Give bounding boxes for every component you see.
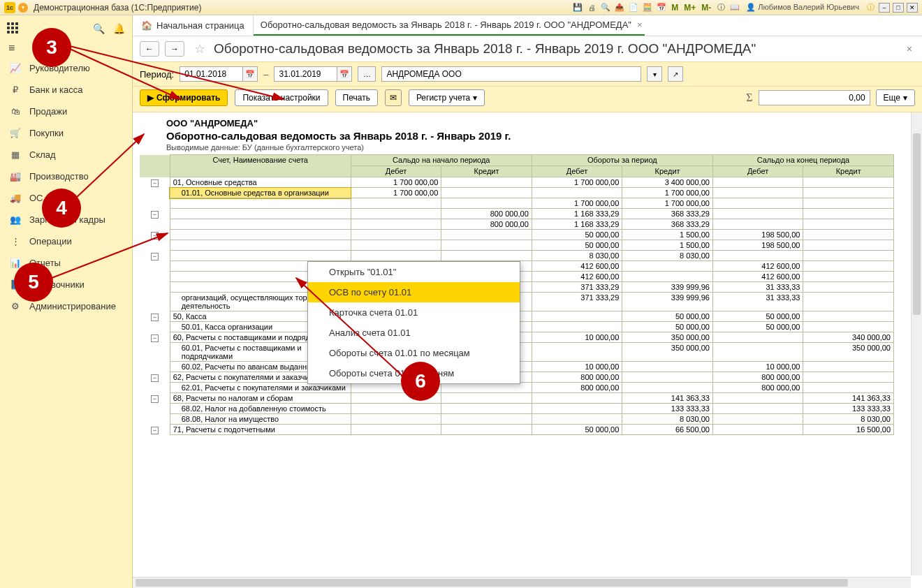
chevron-down-icon: ▾ [473,93,477,103]
tree-toggle-icon[interactable]: − [151,314,159,321]
favorite-star-icon[interactable]: ☆ [194,41,205,57]
maximize-button[interactable]: □ [893,3,904,13]
sidebar-item-sales[interactable]: 🛍Продажи [0,101,132,122]
bell-icon[interactable]: 🔔 [113,23,125,34]
preview-icon[interactable]: 🔍 [600,2,611,13]
sidebar-item-admin[interactable]: ⚙Администрирование [0,295,132,317]
play-icon: ▶ [147,93,154,103]
tree-toggle-icon[interactable]: − [151,395,159,403]
dots-icon: ⋮ [10,236,21,247]
ctx-analysis[interactable]: Анализ счета 01.01 [308,323,520,343]
show-settings-button[interactable]: Показать настройки [235,89,328,106]
export-icon[interactable]: 📤 [614,2,625,13]
table-row[interactable]: 1 700 000,001 700 000,00 [140,198,894,209]
main-area: 🏠 Начальная страница Оборотно-сальдовая … [133,15,922,588]
horizontal-scrollbar[interactable] [133,577,911,588]
book-icon[interactable]: 📖 [729,2,740,13]
apps-grid-icon[interactable] [7,22,20,35]
report-title: Оборотно-сальдовая ведомость за Январь 2… [166,130,915,142]
tree-toggle-icon[interactable]: − [151,253,159,260]
table-row[interactable]: 01.01, Основные средства в организации1 … [140,188,894,198]
tree-toggle-icon[interactable]: − [151,374,159,382]
doc-icon[interactable]: 📄 [628,2,639,13]
email-button[interactable]: ✉ [385,89,402,106]
back-button[interactable]: ← [140,41,159,57]
org-input[interactable] [381,66,641,82]
home-icon: 🏠 [141,20,152,31]
th-end: Сальдо на конец периода [712,155,893,166]
tree-toggle-icon[interactable]: − [151,179,159,187]
m-plus-button[interactable]: M+ [682,3,697,13]
table-row[interactable]: 800 000,001 168 333,29368 333,29 [140,219,894,230]
calendar-from-icon[interactable]: 📅 [242,66,258,82]
table-row[interactable]: −50 000,001 500,00198 500,00 [140,230,894,240]
info-icon[interactable]: ⓘ [865,2,876,13]
dropdown-arrow-icon[interactable]: ▾ [18,3,28,13]
tab-home[interactable]: 🏠 Начальная страница [133,15,254,36]
ruble-icon: ₽ [10,84,21,95]
print-icon[interactable]: 🖨 [586,2,597,13]
table-row[interactable]: 68.08, Налог на имущество8 030,008 030,0… [140,414,894,425]
user-label[interactable]: 👤 Любимов Валерий Юрьевич [746,3,859,12]
ctx-turnover-month[interactable]: Обороты счета 01.01 по месяцам [308,343,520,363]
search-icon[interactable]: 🔍 [93,23,105,34]
table-row[interactable]: 68.02, Налог на добавленную стоимость133… [140,404,894,414]
people-icon: 👥 [10,214,21,225]
ctx-card[interactable]: Карточка счета 01.01 [308,302,520,323]
more-button[interactable]: Еще ▾ [876,89,915,106]
period-from-input[interactable] [180,66,242,82]
calc-icon[interactable]: 🧮 [642,2,653,13]
calendar-to-icon[interactable]: 📅 [337,66,352,82]
header-row: ← → ☆ Оборотно-сальдовая ведомость за Ян… [133,36,922,61]
th-account: Счет, Наименование счета [170,155,351,177]
form-button[interactable]: ▶Сформировать [140,89,228,106]
sum-input[interactable] [759,90,870,105]
ctx-osv[interactable]: ОСВ по счету 01.01 [308,282,520,302]
period-to-input[interactable] [274,66,337,82]
tab-close-icon[interactable]: × [637,20,643,30]
sidebar-item-purchases[interactable]: 🛒Покупки [0,122,132,144]
table-row[interactable]: −800 000,001 168 333,29368 333,29 [140,209,894,219]
table-row[interactable]: 50 000,001 500,00198 500,00 [140,240,894,251]
sidebar-item-bank[interactable]: ₽Банк и касса [0,79,132,101]
chevron-down-icon: ▾ [903,93,907,103]
truck-icon: 🚚 [10,193,21,203]
tree-toggle-icon[interactable]: − [151,335,159,342]
save-icon[interactable]: 💾 [572,2,583,13]
vertical-scrollbar[interactable] [911,112,922,575]
tree-toggle-icon[interactable]: − [151,232,159,240]
th-turn: Обороты за период [532,155,712,166]
m-minus-button[interactable]: M- [700,3,712,13]
sidebar-item-warehouse[interactable]: ▦Склад [0,144,132,166]
tree-toggle-icon[interactable]: − [151,427,159,434]
table-row[interactable]: −8 030,008 030,00 [140,251,894,261]
register-button[interactable]: Регистр учета ▾ [409,89,485,106]
tree-toggle-icon[interactable]: − [151,211,159,219]
ctx-open[interactable]: Открыть "01.01" [308,262,520,282]
th-start: Сальдо на начало периода [351,155,532,166]
org-dropdown-icon[interactable]: ▾ [647,66,662,82]
table-row[interactable]: −01, Основные средства1 700 000,001 700 … [140,177,894,188]
grid-icon: ▦ [10,149,21,160]
tab-active[interactable]: Оборотно-сальдовая ведомость за Январь 2… [254,15,645,36]
period-select-button[interactable]: … [358,66,376,82]
org-open-icon[interactable]: ↗ [668,66,683,82]
print-button[interactable]: Печать [335,89,378,106]
titlebar: 1c ▾ Демонстрационная база (1С:Предприят… [0,0,922,15]
report-toolbar: ▶Сформировать Показать настройки Печать … [133,87,922,112]
calendar-icon[interactable]: 📅 [656,2,667,13]
page-close-icon[interactable]: × [904,41,915,57]
table-row[interactable]: −68, Расчеты по налогам и сборам141 363,… [140,393,894,404]
bag-icon: 🛍 [10,106,21,117]
period-bar: Период: 📅 – 📅 … ▾ ↗ [133,61,922,87]
anno-4: 4 [42,189,81,228]
m-button[interactable]: M [670,3,680,13]
forward-button[interactable]: → [165,41,184,57]
help-icon[interactable]: ⓘ [715,2,726,13]
factory-icon: 🏭 [10,171,21,182]
minimize-button[interactable]: – [879,3,890,13]
sidebar-item-operations[interactable]: ⋮Операции [0,230,132,252]
close-button[interactable]: ✕ [907,3,918,13]
table-row[interactable]: −71, Расчеты с подотчетными50 000,0066 5… [140,425,894,435]
sidebar-item-production[interactable]: 🏭Производство [0,166,132,187]
